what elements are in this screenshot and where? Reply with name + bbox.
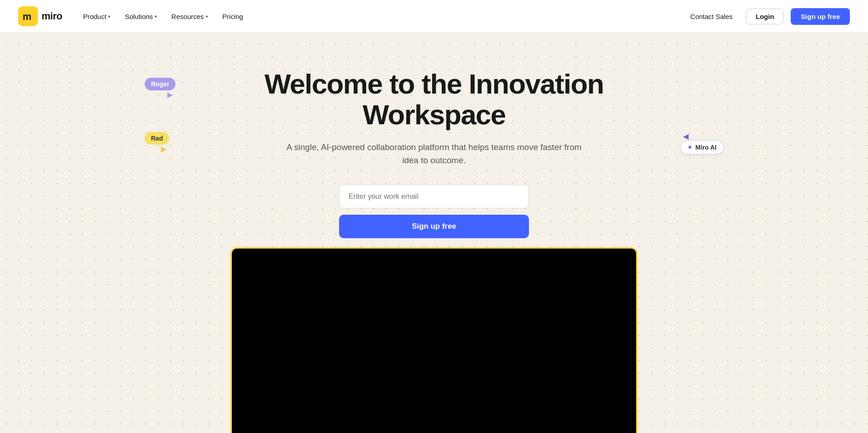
nav-links: Product ▾ Solutions ▾ Resources ▾ Pricin… — [77, 9, 250, 24]
hero-title: Welcome to the Innovation Workspace — [231, 69, 637, 130]
navbar-right: Contact Sales Login Sign up free — [684, 8, 850, 25]
nav-item-resources[interactable]: Resources ▾ — [165, 9, 214, 24]
nav-item-pricing-label: Pricing — [222, 13, 243, 20]
signup-nav-button[interactable]: Sign up free — [791, 8, 850, 25]
nav-item-solutions-label: Solutions — [125, 13, 153, 20]
login-button[interactable]: Login — [746, 9, 783, 24]
roger-badge-label: Roger — [145, 78, 175, 90]
video-placeholder — [232, 249, 636, 433]
miroai-badge: ◀ ✦ Miro AI — [680, 132, 723, 154]
nav-item-resources-label: Resources — [171, 13, 204, 20]
hero-form: Sign up free — [339, 185, 529, 238]
hero-subtitle: A single, AI-powered collaboration platf… — [280, 141, 588, 167]
miroai-cursor-icon: ◀ — [683, 132, 689, 141]
hero-section: Roger ▶ Rad ▶ ◀ ✦ Miro AI Welcome to the… — [0, 33, 868, 433]
roger-cursor-icon: ▶ — [167, 90, 173, 99]
navbar: m miro Product ▾ Solutions ▾ Resources ▾… — [0, 0, 868, 33]
navbar-left: m miro Product ▾ Solutions ▾ Resources ▾… — [18, 6, 684, 26]
contact-sales-button[interactable]: Contact Sales — [684, 9, 739, 24]
nav-item-product[interactable]: Product ▾ — [77, 9, 117, 24]
nav-item-solutions[interactable]: Solutions ▾ — [118, 9, 163, 24]
ai-star-icon: ✦ — [687, 144, 693, 151]
nav-item-pricing[interactable]: Pricing — [216, 9, 250, 24]
miroai-badge-label: ✦ Miro AI — [680, 141, 723, 154]
rad-cursor-icon: ▶ — [161, 145, 166, 153]
signup-hero-button[interactable]: Sign up free — [339, 215, 529, 238]
nav-item-product-label: Product — [83, 13, 107, 20]
chevron-down-icon: ▾ — [206, 14, 208, 19]
email-input[interactable] — [339, 185, 529, 208]
miro-logo-icon: m — [18, 6, 38, 26]
rad-badge: Rad ▶ — [145, 132, 169, 153]
logo[interactable]: m miro — [18, 6, 62, 26]
chevron-down-icon: ▾ — [108, 14, 110, 19]
chevron-down-icon: ▾ — [155, 14, 157, 19]
product-preview-container — [231, 247, 637, 433]
rad-badge-label: Rad — [145, 132, 169, 145]
roger-badge: Roger ▶ — [145, 78, 175, 99]
logo-text: miro — [42, 10, 62, 22]
svg-text:m: m — [23, 11, 31, 22]
